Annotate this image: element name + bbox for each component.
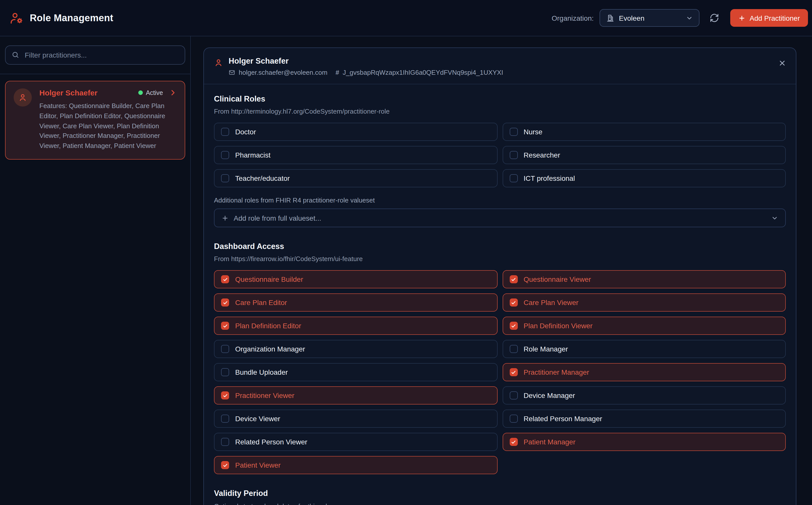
checkbox-label: Questionnaire Viewer: [524, 275, 591, 283]
plus-icon: [222, 214, 229, 221]
add-practitioner-button[interactable]: Add Practitioner: [731, 9, 808, 27]
checkbox: [221, 299, 229, 307]
check-icon: [511, 277, 516, 282]
checkbox: [509, 174, 518, 182]
organization-value: Evoleen: [619, 14, 682, 22]
dashboard-feature-checkbox-row[interactable]: Device Manager: [502, 386, 786, 404]
user-icon: [214, 58, 223, 67]
check-icon: [222, 277, 228, 282]
checkbox-label: Practitioner Manager: [524, 368, 589, 376]
checkbox: [509, 414, 518, 423]
filter-practitioners-input[interactable]: [5, 45, 185, 65]
dashboard-feature-checkbox-row[interactable]: Patient Viewer: [214, 456, 497, 474]
add-practitioner-label: Add Practitioner: [750, 14, 800, 22]
check-icon: [511, 323, 516, 329]
practitioner-sidebar: Holger Schaefer Active Features: Questio…: [0, 36, 191, 505]
checkbox: [509, 345, 518, 353]
status-badge: Active: [138, 89, 163, 96]
clinical-roles-grid: Doctor Nurse: [214, 123, 786, 187]
checkbox: [221, 128, 229, 136]
dashboard-feature-checkbox-row[interactable]: Care Plan Editor: [214, 293, 497, 312]
checkbox-label: Device Manager: [524, 391, 575, 399]
top-bar-actions: Organization: Evoleen: [552, 9, 808, 27]
dashboard-feature-checkbox-row[interactable]: Care Plan Viewer: [502, 293, 786, 312]
features-label: Features:: [39, 102, 67, 110]
checkbox: [221, 275, 229, 283]
dashboard-feature-checkbox-row[interactable]: Plan Definition Editor: [214, 317, 497, 335]
checkbox-label: ICT professional: [524, 174, 575, 182]
dashboard-access-section: Dashboard Access From https://firearrow.…: [214, 242, 786, 474]
checkbox-label: Organization Manager: [235, 345, 305, 353]
checkbox: [221, 174, 229, 182]
user-gear-icon: [10, 11, 23, 24]
dashboard-feature-checkbox-row[interactable]: Related Person Viewer: [214, 433, 497, 451]
close-button[interactable]: [778, 59, 786, 67]
checkbox-label: Plan Definition Editor: [235, 322, 301, 330]
checkbox-label: Doctor: [235, 128, 256, 136]
checkbox-label: Patient Viewer: [235, 461, 281, 469]
chevron-right-icon: [169, 89, 177, 97]
clinical-role-checkbox-row[interactable]: Researcher: [502, 146, 786, 164]
refresh-button[interactable]: [709, 13, 720, 23]
checkbox-label: Researcher: [524, 151, 560, 159]
detail-meta: holger.schaefer@evoleen.com # J_gvsbapRq…: [229, 69, 503, 76]
checkbox: [509, 128, 518, 136]
app-window: Role Management Organization: Evoleen: [0, 0, 812, 505]
mail-icon: [229, 69, 235, 76]
practitioner-features: Features: Questionnaire Builder, Care Pl…: [39, 101, 177, 151]
dashboard-feature-checkbox-row[interactable]: Related Person Manager: [502, 409, 786, 428]
main-content: Holger Schaefer holger.schaefer@evoleen.…: [191, 36, 812, 505]
checkbox: [221, 414, 229, 423]
dashboard-access-source: From https://firearrow.io/fhir/CodeSyste…: [214, 255, 786, 263]
checkbox-label: Plan Definition Viewer: [524, 322, 592, 330]
checkbox: [221, 345, 229, 353]
dashboard-feature-checkbox-row[interactable]: Plan Definition Viewer: [502, 317, 786, 335]
checkbox: [221, 461, 229, 469]
clinical-role-checkbox-row[interactable]: Doctor: [214, 123, 497, 141]
checkbox: [509, 299, 518, 307]
brand: Role Management: [10, 11, 113, 24]
avatar: [14, 89, 32, 107]
dashboard-feature-checkbox-row[interactable]: Questionnaire Viewer: [502, 270, 786, 288]
checkbox: [509, 391, 518, 399]
checkbox: [221, 368, 229, 376]
checkbox-label: Questionnaire Builder: [235, 275, 303, 283]
checkbox-label: Pharmacist: [235, 151, 270, 159]
dashboard-feature-checkbox-row[interactable]: Patient Manager: [502, 433, 786, 451]
detail-header: Holger Schaefer holger.schaefer@evoleen.…: [204, 48, 796, 85]
clinical-roles-section: Clinical Roles From http://terminology.h…: [214, 95, 786, 227]
clinical-role-checkbox-row[interactable]: Pharmacist: [214, 146, 497, 164]
checkbox: [509, 151, 518, 159]
checkbox-label: Nurse: [524, 128, 543, 136]
check-icon: [511, 369, 516, 375]
detail-fhir-id: J_gvsbapRqWzapx1IhIG6a0QEYdFVNq9spi4_1UX…: [343, 69, 503, 76]
user-icon: [18, 93, 27, 102]
dashboard-feature-checkbox-row[interactable]: Practitioner Viewer: [214, 386, 497, 404]
clinical-role-checkbox-row[interactable]: Nurse: [502, 123, 786, 141]
dashboard-feature-checkbox-row[interactable]: Bundle Uploader: [214, 363, 497, 381]
organization-select[interactable]: Evoleen: [600, 9, 700, 27]
checkbox-label: Related Person Manager: [524, 414, 602, 423]
dashboard-feature-checkbox-row[interactable]: Questionnaire Builder: [214, 270, 497, 288]
dashboard-feature-checkbox-row[interactable]: Practitioner Manager: [502, 363, 786, 381]
clinical-role-checkbox-row[interactable]: ICT professional: [502, 169, 786, 187]
dashboard-feature-checkbox-row[interactable]: Role Manager: [502, 340, 786, 358]
detail-email: holger.schaefer@evoleen.com: [239, 69, 327, 76]
dashboard-feature-checkbox-row[interactable]: Device Viewer: [214, 409, 497, 428]
refresh-icon: [710, 13, 719, 22]
dashboard-feature-checkbox-row[interactable]: Organization Manager: [214, 340, 497, 358]
add-role-select[interactable]: Add role from full valueset...: [214, 208, 786, 227]
plus-icon: [739, 14, 746, 21]
checkbox: [221, 322, 229, 330]
checkbox-label: Care Plan Editor: [235, 299, 287, 307]
checkbox: [221, 391, 229, 399]
organization-label: Organization:: [552, 14, 594, 22]
checkbox-label: Device Viewer: [235, 414, 280, 423]
practitioner-card[interactable]: Holger Schaefer Active Features: Questio…: [5, 81, 185, 160]
clinical-role-checkbox-row[interactable]: Teacher/educator: [214, 169, 497, 187]
checkbox-label: Role Manager: [524, 345, 568, 353]
checkbox-label: Bundle Uploader: [235, 368, 288, 376]
search-icon: [12, 51, 19, 58]
checkbox: [509, 438, 518, 446]
checkbox: [509, 275, 518, 283]
